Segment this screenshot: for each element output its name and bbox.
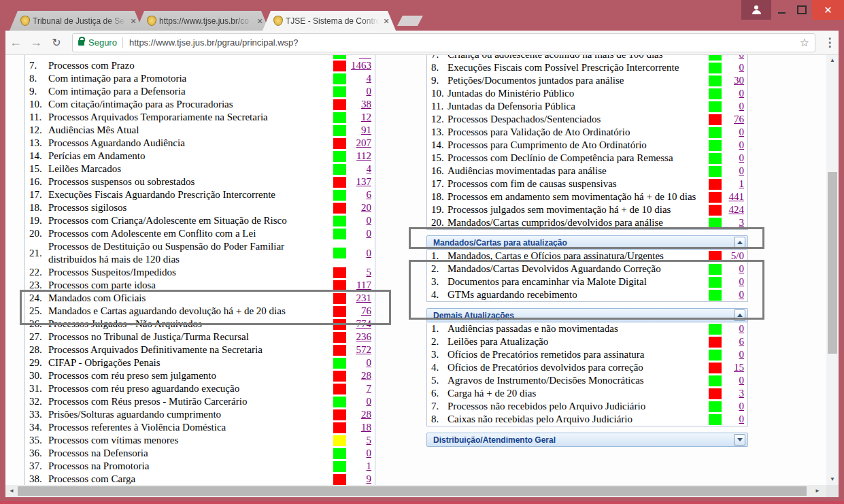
- url-text[interactable]: https://www.tjse.jus.br/pgrau/principal.…: [129, 37, 796, 48]
- count-link[interactable]: 5: [346, 434, 375, 447]
- row-number: 4.: [427, 288, 448, 301]
- browser-tab[interactable]: https://www.tjse.jus.br/co✕: [136, 11, 269, 31]
- collapse-button[interactable]: [734, 309, 745, 321]
- count-link[interactable]: 0: [722, 374, 747, 387]
- status-square-green: [333, 125, 346, 136]
- browser-tab[interactable]: Tribunal de Justiça de Se✕: [10, 11, 143, 31]
- count-link[interactable]: 112: [346, 150, 375, 163]
- tjse-crest-icon: [147, 16, 156, 26]
- count-link[interactable]: 0: [722, 87, 747, 100]
- count-link[interactable]: 38: [346, 98, 375, 111]
- count-link[interactable]: 424: [722, 203, 747, 216]
- count-link[interactable]: 91: [346, 124, 375, 137]
- count-link[interactable]: 0: [722, 413, 747, 426]
- count-link[interactable]: 0: [346, 85, 375, 98]
- count-link[interactable]: 76: [722, 113, 747, 126]
- count-link[interactable]: 0: [722, 165, 747, 178]
- row-label: Processos com Réus presos - Mutirão Carc…: [48, 395, 333, 408]
- browser-tab[interactable]: TJSE - Sistema de Contro✕: [263, 11, 396, 31]
- count-link[interactable]: 0: [722, 55, 747, 61]
- count-link[interactable]: 0: [346, 227, 375, 240]
- count-link[interactable]: 12: [346, 111, 375, 124]
- address-bar[interactable]: Seguro https://www.tjse.jus.br/pgrau/pri…: [72, 33, 815, 52]
- count-link[interactable]: 0: [722, 263, 747, 275]
- count-link[interactable]: 5: [346, 266, 375, 279]
- count-link[interactable]: 3: [722, 216, 747, 229]
- count-link[interactable]: 774: [346, 318, 375, 331]
- count-link[interactable]: 20: [346, 201, 375, 214]
- minimize-button[interactable]: [771, 0, 792, 20]
- count-link[interactable]: 0: [722, 275, 747, 288]
- scroll-up-icon[interactable]: ▲: [826, 55, 839, 66]
- row-number: 7.: [427, 55, 448, 61]
- horizontal-scrollbar[interactable]: ◄ ►: [5, 485, 839, 497]
- count-link[interactable]: 231: [346, 292, 375, 305]
- count-link[interactable]: 4: [346, 163, 375, 175]
- count-link[interactable]: 572: [346, 343, 375, 356]
- scroll-down-icon[interactable]: ▼: [826, 474, 839, 485]
- count-link[interactable]: 7: [346, 382, 375, 395]
- bookmark-star-icon[interactable]: ☆: [800, 36, 809, 49]
- count-link[interactable]: 0: [346, 395, 375, 408]
- vertical-scrollbar[interactable]: ▲ ▼: [826, 55, 839, 485]
- close-button[interactable]: ✕: [812, 0, 844, 20]
- menu-icon[interactable]: ⋮: [821, 35, 839, 50]
- count-link[interactable]: 137: [346, 175, 375, 188]
- collapse-button[interactable]: [734, 237, 745, 248]
- count-link[interactable]: 236: [346, 331, 375, 343]
- count-link[interactable]: 28: [346, 369, 375, 382]
- count-link[interactable]: 3: [722, 387, 747, 400]
- count-link[interactable]: 15: [722, 361, 747, 374]
- count-link[interactable]: 207: [346, 137, 375, 150]
- count-link[interactable]: 0: [722, 100, 747, 113]
- tab-close-icon[interactable]: ✕: [382, 17, 390, 25]
- count-link[interactable]: 0: [722, 288, 747, 301]
- row-label: GTMs aguardando recebimento: [448, 288, 709, 301]
- count-link[interactable]: 76: [346, 305, 375, 318]
- count-link[interactable]: 6: [722, 335, 747, 348]
- count-link[interactable]: 9: [346, 473, 375, 485]
- vertical-scroll-thumb[interactable]: [828, 172, 837, 354]
- tab-close-icon[interactable]: ✕: [256, 17, 264, 25]
- count-link[interactable]: 0: [346, 356, 375, 369]
- tab-close-icon[interactable]: ✕: [129, 17, 137, 25]
- count-link[interactable]: 0: [722, 152, 747, 165]
- count-link[interactable]: 0: [346, 247, 375, 260]
- count-link[interactable]: 5/0: [722, 250, 747, 263]
- count-link[interactable]: 4: [346, 72, 375, 85]
- status-square-red: [709, 337, 722, 348]
- count-link[interactable]: 0: [722, 126, 747, 139]
- scroll-left-icon[interactable]: ◄: [5, 485, 18, 497]
- count-link[interactable]: 0: [722, 400, 747, 413]
- count-link[interactable]: 18: [346, 421, 375, 434]
- count-link[interactable]: 117: [346, 279, 375, 292]
- new-tab-button[interactable]: [397, 16, 423, 26]
- horizontal-scroll-thumb[interactable]: [18, 486, 807, 496]
- count-link[interactable]: 6: [346, 188, 375, 201]
- count-link[interactable]: 28: [346, 408, 375, 421]
- count-link[interactable]: 1: [722, 178, 747, 190]
- section-header-mandados-cartas[interactable]: Mandados/Cartas para atualização: [426, 235, 748, 250]
- count-link[interactable]: 0: [346, 214, 375, 227]
- profile-button[interactable]: [741, 0, 771, 20]
- forward-icon[interactable]: →: [26, 35, 46, 50]
- row-label: Mandados/Cartas cumpridos/devolvidos par…: [448, 216, 709, 229]
- scroll-right-icon[interactable]: ►: [811, 485, 824, 497]
- count-link[interactable]: 30: [722, 74, 747, 87]
- section-header-demais-atualizacoes[interactable]: Demais Atualizações: [426, 308, 748, 322]
- count-link[interactable]: 1: [346, 460, 375, 473]
- row-number: 20.: [427, 216, 448, 229]
- count-link[interactable]: 0: [722, 322, 747, 335]
- count-link[interactable]: 0: [722, 61, 747, 74]
- count-link[interactable]: 0: [722, 348, 747, 361]
- reload-icon[interactable]: ↻: [46, 36, 67, 49]
- status-square-green: [333, 112, 346, 123]
- count-link[interactable]: 441: [722, 190, 747, 203]
- count-link[interactable]: 0: [722, 139, 747, 152]
- back-icon[interactable]: ←: [5, 35, 26, 50]
- maximize-button[interactable]: [792, 0, 812, 20]
- count-link[interactable]: 1463: [346, 59, 375, 72]
- section-header-distribuicao-atendimento[interactable]: Distribuição/Atendimento Geral: [426, 433, 748, 447]
- expand-button[interactable]: [734, 434, 745, 446]
- count-link[interactable]: 0: [346, 447, 375, 460]
